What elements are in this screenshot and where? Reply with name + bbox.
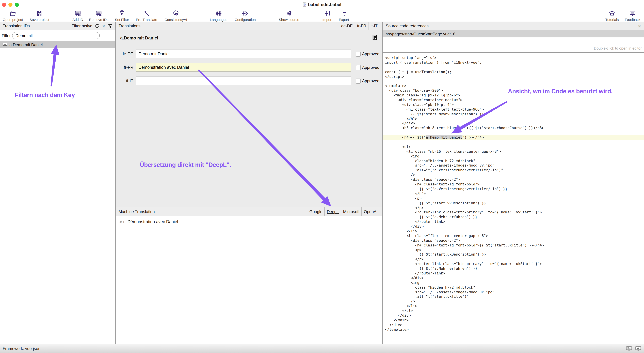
lang-tab-it-IT[interactable]: it-IT [368,22,380,30]
code-line: </h1> [385,117,644,121]
code-line: <p> [385,196,644,201]
brain-check-icon [172,10,180,17]
open-project-button[interactable]: Open project [3,10,23,22]
approved-checkbox-it-IT[interactable] [356,79,361,84]
open-folder-icon [9,10,17,17]
code-line: </template> [385,327,644,332]
feedback-button[interactable]: Feedback [625,10,640,22]
panel-title: Source code references [386,24,428,28]
code-line: <template> [385,84,644,89]
provider-tab-google[interactable]: Google [307,207,324,216]
code-line: <div class="pb-10 pt-4"> [385,103,644,107]
code-line: <div class="space-y-2"> [385,177,644,182]
code-line: src="../../assets/images/mood_vv.jpg" [385,163,644,168]
language-label: fr-FR [116,65,134,70]
consistency-ai-button[interactable]: ConsistencyAI [164,10,187,22]
pre-translate-button[interactable]: Pre-Translate [136,10,157,22]
code-line: </p> [385,257,644,262]
translations-header: Translations de-DE fr-FR it-IT [116,22,382,30]
languages-button[interactable]: Languages [210,10,227,22]
translation-id-item[interactable]: a.Demo mit Daniel [0,41,115,48]
provider-tab-deepl[interactable]: DeepL [324,207,341,216]
code-line: <li class="flex items-center gap-x-8"> [385,234,644,238]
configuration-button[interactable]: Configuration [235,10,256,22]
translation-input-de-DE[interactable] [136,50,351,58]
comment-bubble-icon [2,43,8,47]
panel-title: Translations [118,24,140,28]
code-line: <div class="bg-gray-200"> [385,88,644,93]
code-line: class="hidden h-72 md:block" [385,285,644,290]
lang-tab-fr-FR[interactable]: fr-FR [355,22,368,30]
code-line: {{ $t("a.Mehr erfahren") }} [385,266,644,271]
app-window: b babel-edit.babel Open project Save pro… [0,0,644,353]
import-button[interactable]: Import [322,10,332,22]
source-reference-item[interactable]: src/pages/start/GuestStartPage.vue:18 [383,30,644,38]
code-line: <h3 class="mb-8 text-blue-900">{{ $t("st… [385,126,644,131]
remove-ids-button[interactable]: Remove IDs [89,10,108,22]
language-label: it-IT [116,79,134,83]
code-line: class="hidden h-72 md:block" [385,159,644,163]
mt-suggestion-row[interactable]: ⌘1 Démonstration avec Daniel [116,216,382,224]
document-eye-icon [285,10,293,17]
approved-checkbox-de-DE[interactable] [356,52,361,57]
clear-filter-icon[interactable]: ✕ [102,24,106,29]
code-line: <img [385,154,644,159]
code-line: </div> [385,323,644,327]
show-source-button[interactable]: Show source [279,10,299,22]
code-line: <script setup lang="ts"> [385,56,644,60]
filter-label: Filter: [2,33,12,38]
translation-id-label: a.Demo mit Daniel [10,42,42,47]
panel-title: Machine Translation [118,209,155,214]
set-filter-button[interactable]: Set Filter [115,10,129,22]
code-line: <ul> [385,145,644,149]
entry-notes-icon[interactable] [372,35,377,40]
code-line: </li> [385,229,644,234]
code-area: <script setup lang="ts">import { useTran… [383,53,644,344]
code-line: <h1 class="text-left text-blue-900"> [385,107,644,112]
favorite-bubble-icon[interactable] [635,346,641,351]
source-reference-label: src/pages/start/GuestStartPage.vue:18 [386,32,456,36]
code-line: <img [385,280,644,285]
code-line: <div class="space-y-2"> [385,238,644,243]
code-line: </div> [385,313,644,318]
framework-label: Framework: vue-json [3,346,40,351]
source-code-panel: Source code references ✕ src/pages/start… [383,22,644,344]
export-button[interactable]: Export [339,10,349,22]
mt-suggestion-text: Démonstration avec Daniel [128,219,178,224]
code-line: </li> [385,304,644,308]
code-line [385,65,644,70]
code-line: <h4>{{ $t("a.Demo mit Daniel") }}</h4> [383,135,644,140]
machine-translation-header: Machine Translation Google DeepL Microso… [116,207,382,216]
code-line: :alt="t('start.ukTitle')" [385,294,644,299]
refresh-icon[interactable] [95,24,99,28]
fuzzy-match-bubble-icon[interactable] [626,346,632,351]
mt-shortcut-label: ⌘1 [119,220,124,224]
panel-title: Translation IDs [3,24,30,28]
save-project-button[interactable]: Save project [30,10,49,22]
filter-input[interactable] [12,32,100,39]
translation-input-fr-FR[interactable] [136,63,351,72]
code-line: /> [385,173,644,178]
provider-tab-openai[interactable]: OpenAI [362,207,380,216]
add-id-button[interactable]: Add ID [72,10,83,22]
bubble-plus-icon [74,10,82,17]
export-icon [340,10,348,17]
code-line: {{ $t("start.vvDescription") }} [385,201,644,205]
translations-panel: Translations de-DE fr-FR it-IT a.Demo mi… [116,22,382,344]
code-line: <router-link class="btn-primary" :to="{ … [385,210,644,215]
gear-icon [241,10,249,17]
translation-input-it-IT[interactable] [136,77,351,85]
code-line: :alt="t('a.Versicherungsvermittler/-in')… [385,168,644,173]
approved-checkbox-fr-FR[interactable] [356,65,361,70]
open-in-editor-hint: Double-click to open in editor [594,46,642,50]
tutorials-button[interactable]: Tutorials [605,10,619,22]
babel-document-icon: b [303,2,306,7]
code-line [385,131,644,135]
code-line: </router-link> [385,271,644,276]
filter-active-label: Filter active [72,24,92,28]
code-line [385,79,644,84]
lang-tab-de-DE[interactable]: de-DE [339,22,355,30]
close-panel-icon[interactable]: ✕ [638,24,641,28]
provider-tab-microsoft[interactable]: Microsoft [341,207,362,216]
filter-funnel-icon[interactable] [108,24,112,28]
